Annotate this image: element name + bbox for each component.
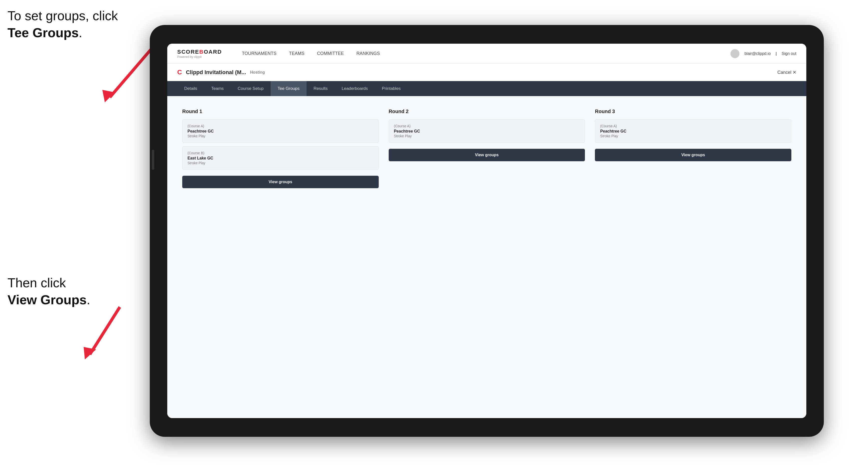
tab-printables[interactable]: Printables (375, 81, 408, 96)
tab-bar: Details Teams Course Setup Tee Groups Re… (167, 81, 806, 96)
tab-teams[interactable]: Teams (204, 81, 231, 96)
sub-navigation: C Clippd Invitational (M... Hosting Canc… (167, 64, 806, 81)
round-3-course-a-type: Stroke Play (600, 134, 786, 138)
round-3-course-a-name: Peachtree GC (600, 129, 786, 133)
round-1-course-b-name: East Lake GC (187, 156, 373, 160)
nav-teams[interactable]: TEAMS (289, 51, 305, 56)
tournament-name: Clippd Invitational (M... (186, 69, 246, 75)
round-1-course-a-name: Peachtree GC (187, 129, 373, 133)
tab-details[interactable]: Details (177, 81, 204, 96)
nav-right: blair@clippd.io | Sign out (731, 49, 796, 58)
round-1-course-b-card: (Course B) East Lake GC Stroke Play (182, 146, 379, 170)
round-2-course-a-type: Stroke Play (394, 134, 580, 138)
round-1-view-groups-button[interactable]: View groups (182, 176, 379, 188)
round-1-course-a-label: (Course A) (187, 124, 373, 128)
round-2-course-a-label: (Course A) (394, 124, 580, 128)
sign-out-link[interactable]: Sign out (782, 52, 796, 56)
logo-text: SCOREBOARD (177, 49, 222, 55)
logo-area: SCOREBOARD Powered by clippit (177, 49, 222, 59)
round-1-column: Round 1 (Course A) Peachtree GC Stroke P… (182, 108, 379, 188)
round-1-course-a-type: Stroke Play (187, 134, 373, 138)
round-3-course-a-card: (Course A) Peachtree GC Stroke Play (595, 119, 792, 143)
separator: | (776, 52, 777, 56)
tab-course-setup[interactable]: Course Setup (231, 81, 271, 96)
top-navigation: SCOREBOARD Powered by clippit TOURNAMENT… (167, 44, 806, 64)
round-3-heading: Round 3 (595, 108, 792, 114)
nav-rankings[interactable]: RANKINGS (356, 51, 380, 56)
round-1-course-a-card: (Course A) Peachtree GC Stroke Play (182, 119, 379, 143)
round-2-heading: Round 2 (389, 108, 585, 114)
nav-links: TOURNAMENTS TEAMS COMMITTEE RANKINGS (242, 51, 715, 56)
round-2-column: Round 2 (Course A) Peachtree GC Stroke P… (389, 108, 585, 188)
hosting-badge: Hosting (250, 70, 265, 74)
logo-sub: Powered by clippit (177, 55, 222, 59)
round-2-view-groups-button[interactable]: View groups (389, 149, 585, 161)
arrow-2-icon (70, 300, 132, 369)
main-content: Round 1 (Course A) Peachtree GC Stroke P… (167, 96, 806, 418)
rounds-grid: Round 1 (Course A) Peachtree GC Stroke P… (182, 108, 792, 188)
nav-committee[interactable]: COMMITTEE (317, 51, 344, 56)
cancel-area: Cancel ✕ (777, 70, 796, 75)
round-2-course-a-name: Peachtree GC (394, 129, 580, 133)
tablet-device: SCOREBOARD Powered by clippit TOURNAMENT… (150, 25, 824, 437)
round-2-course-a-card: (Course A) Peachtree GC Stroke Play (389, 119, 585, 143)
round-3-course-a-label: (Course A) (600, 124, 786, 128)
tournament-logo-c: C (177, 68, 182, 76)
svg-line-0 (110, 45, 155, 97)
tournament-title: C Clippd Invitational (M... Hosting (177, 68, 265, 76)
user-avatar (731, 49, 739, 58)
nav-tournaments[interactable]: TOURNAMENTS (242, 51, 277, 56)
round-1-heading: Round 1 (182, 108, 379, 114)
round-3-column: Round 3 (Course A) Peachtree GC Stroke P… (595, 108, 792, 188)
round-3-view-groups-button[interactable]: View groups (595, 149, 792, 161)
round-1-course-b-type: Stroke Play (187, 161, 373, 165)
tab-leaderboards[interactable]: Leaderboards (335, 81, 375, 96)
tablet-screen: SCOREBOARD Powered by clippit TOURNAMENT… (167, 44, 806, 418)
round-1-course-b-label: (Course B) (187, 151, 373, 155)
tab-tee-groups[interactable]: Tee Groups (271, 81, 307, 96)
tab-results[interactable]: Results (307, 81, 335, 96)
svg-line-2 (90, 307, 120, 354)
cancel-button[interactable]: Cancel ✕ (777, 70, 796, 75)
user-email: blair@clippd.io (744, 52, 771, 56)
